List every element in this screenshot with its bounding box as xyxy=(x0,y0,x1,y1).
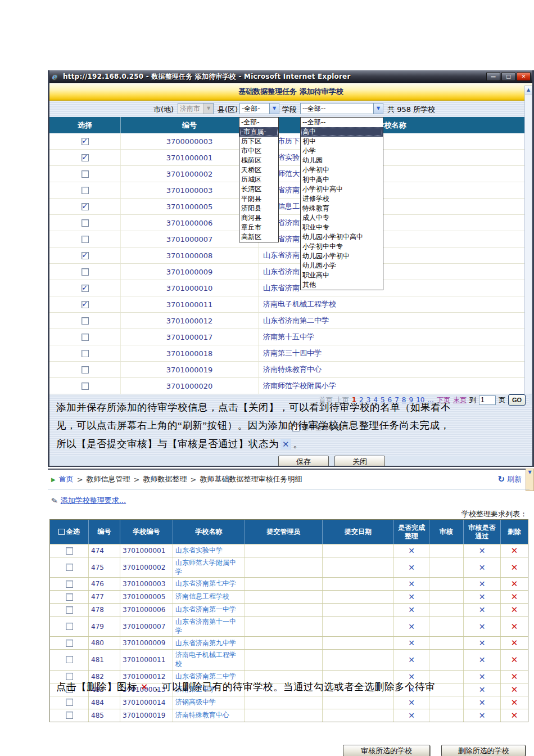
delete-icon[interactable]: ✕ xyxy=(511,698,518,708)
breadcrumb-item[interactable]: 教师基础数据整理审核任务明细 xyxy=(200,474,302,484)
delete-icon[interactable]: ✕ xyxy=(511,592,518,602)
row-checkbox[interactable] xyxy=(82,219,89,227)
delete-icon[interactable]: ✕ xyxy=(511,655,518,665)
row-checkbox[interactable] xyxy=(66,606,73,614)
maximize-button[interactable]: □ xyxy=(501,72,515,81)
stage-option[interactable]: --全部-- xyxy=(301,118,383,127)
row-checkbox[interactable]: ✓ xyxy=(82,203,89,210)
district-option[interactable]: -全部- xyxy=(239,118,278,127)
stage-option[interactable]: 其他 xyxy=(301,280,383,290)
close-window-button[interactable]: ✕ xyxy=(517,72,531,81)
delete-icon[interactable]: ✕ xyxy=(511,672,518,682)
school-name-link[interactable]: 山东省济南第一中学 xyxy=(173,604,245,616)
district-option[interactable]: 高新区 xyxy=(239,232,278,242)
page-number-input[interactable] xyxy=(479,395,496,405)
row-checkbox[interactable] xyxy=(82,350,89,357)
row-checkbox[interactable] xyxy=(82,170,89,178)
school-name-link[interactable]: 山东省实验中学 xyxy=(173,544,245,557)
school-name-link[interactable]: 山东师范大学附属中学 xyxy=(173,557,245,577)
district-option[interactable]: 历下区 xyxy=(239,137,278,146)
school-name-link[interactable]: 济南特殊教育中心 xyxy=(173,709,245,722)
row-checkbox[interactable]: ✓ xyxy=(82,301,89,308)
district-option[interactable]: 市中区 xyxy=(239,146,278,156)
page-scrollbar-fragment[interactable]: ▼ xyxy=(526,469,534,491)
row-checkbox[interactable] xyxy=(66,673,73,680)
window-scrollbar[interactable]: ▲ xyxy=(524,86,532,394)
go-button[interactable]: GO xyxy=(508,394,526,406)
district-select[interactable]: -全部- ▼ xyxy=(239,103,279,114)
delete-icon[interactable]: ✕ xyxy=(511,685,518,695)
district-option[interactable]: 天桥区 xyxy=(239,165,278,175)
district-option[interactable]: 槐荫区 xyxy=(239,156,278,165)
stage-option[interactable]: 幼儿园小学初中高中 xyxy=(301,232,383,242)
row-checkbox[interactable] xyxy=(82,382,89,390)
row-checkbox[interactable] xyxy=(66,699,73,706)
stage-option[interactable]: 特殊教育 xyxy=(301,204,383,213)
review-selected-button[interactable]: 审核所选的学校 xyxy=(343,745,430,756)
scroll-up-icon[interactable]: ▲ xyxy=(525,86,532,94)
stage-option[interactable]: 进修学校 xyxy=(301,194,383,204)
delete-selected-button[interactable]: 删除所选的学校 xyxy=(441,745,526,756)
district-option[interactable]: 章丘市 xyxy=(239,223,278,232)
school-name-link[interactable]: 济南信息工程学校 xyxy=(173,591,245,603)
select-all-checkbox[interactable] xyxy=(58,529,65,535)
delete-icon[interactable]: ✕ xyxy=(511,638,518,648)
stage-option[interactable]: 初中高中 xyxy=(301,175,383,184)
refresh-link[interactable]: ↻ 刷新 xyxy=(497,474,522,484)
school-name-link[interactable]: 济南电子机械工程学校 xyxy=(173,650,245,669)
last-page-link[interactable]: 末页 xyxy=(453,395,467,405)
delete-icon[interactable]: ✕ xyxy=(511,579,518,589)
district-option[interactable]: -市直属- xyxy=(239,127,278,137)
row-checkbox[interactable] xyxy=(66,640,73,647)
close-button[interactable]: 关闭 xyxy=(334,456,385,467)
district-option[interactable]: 平阴县 xyxy=(239,194,278,204)
breadcrumb-item[interactable]: 教师信息管理 xyxy=(87,474,130,484)
row-checkbox[interactable] xyxy=(66,712,73,719)
delete-icon[interactable]: ✕ xyxy=(511,605,518,615)
save-button[interactable]: 保存 xyxy=(278,456,329,467)
delete-icon[interactable]: ✕ xyxy=(511,622,518,632)
stage-option[interactable]: 幼儿园小学 xyxy=(301,261,383,271)
row-checkbox[interactable] xyxy=(82,236,89,243)
add-school-requirement-link[interactable]: ✎ 添加学校整理要求... xyxy=(51,496,126,506)
stage-option[interactable]: 小学 xyxy=(301,146,383,156)
stage-option[interactable]: 初中 xyxy=(301,137,383,146)
district-option[interactable]: 商河县 xyxy=(239,213,278,223)
stage-select[interactable]: --全部-- ▼ xyxy=(300,103,383,114)
row-checkbox[interactable] xyxy=(66,580,73,588)
delete-icon[interactable]: ✕ xyxy=(511,562,518,573)
delete-icon[interactable]: ✕ xyxy=(511,710,518,721)
breadcrumb-item[interactable]: 首页 xyxy=(59,474,74,484)
stage-option[interactable]: 幼儿园小学初中 xyxy=(301,251,383,261)
row-checkbox[interactable]: ✓ xyxy=(82,138,89,145)
row-checkbox[interactable] xyxy=(82,317,89,325)
stage-option[interactable]: 职业高中 xyxy=(301,271,383,280)
district-option[interactable]: 济阳县 xyxy=(239,204,278,213)
row-checkbox[interactable] xyxy=(66,564,73,571)
minimize-button[interactable]: — xyxy=(486,72,500,81)
row-checkbox[interactable] xyxy=(66,547,73,555)
school-name-link[interactable]: 山东省济南第九中学 xyxy=(173,637,245,649)
stage-option[interactable]: 成人中专 xyxy=(301,213,383,223)
row-checkbox[interactable] xyxy=(82,334,89,341)
row-checkbox[interactable]: ✓ xyxy=(82,252,89,259)
district-option[interactable]: 历城区 xyxy=(239,175,278,184)
school-name-link[interactable]: 山东省济南第十一中学 xyxy=(173,616,245,636)
stage-option[interactable]: 高中 xyxy=(301,127,383,137)
row-checkbox[interactable] xyxy=(82,187,89,194)
stage-option[interactable]: 职业中专 xyxy=(301,223,383,232)
row-checkbox[interactable] xyxy=(66,593,73,601)
row-checkbox[interactable] xyxy=(82,268,89,276)
stage-option[interactable]: 小学初中 xyxy=(301,165,383,175)
stage-option[interactable]: 小学初中高中 xyxy=(301,184,383,194)
stage-option[interactable]: 幼儿园 xyxy=(301,156,383,165)
breadcrumb-item[interactable]: 教师数据整理 xyxy=(143,474,187,484)
row-checkbox[interactable] xyxy=(66,656,73,663)
window-titlebar[interactable]: e http://192.168.0.250 - 数据整理任务 添加待审学校 -… xyxy=(49,70,532,83)
row-checkbox[interactable]: ✓ xyxy=(82,285,89,292)
district-option[interactable]: 长清区 xyxy=(239,184,278,194)
row-checkbox[interactable]: ✓ xyxy=(82,154,89,161)
delete-icon[interactable]: ✕ xyxy=(511,546,518,556)
stage-option[interactable]: 小学初中中专 xyxy=(301,242,383,251)
school-name-link[interactable]: 山东省济南第七中学 xyxy=(173,578,245,590)
